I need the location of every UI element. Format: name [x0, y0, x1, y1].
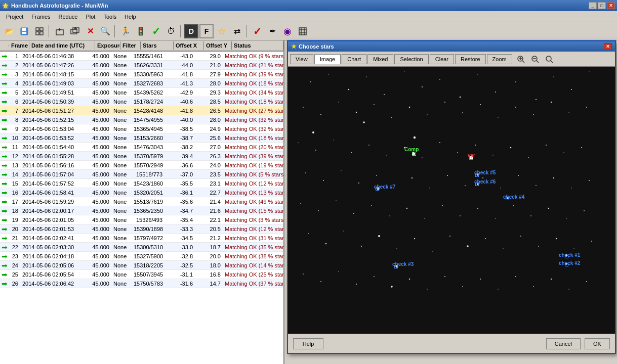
svg-point-153 [462, 286, 463, 287]
minimize-btn[interactable]: _ [589, 2, 597, 9]
row-num: 26 [9, 280, 20, 287]
tab-zoom[interactable]: Zoom [487, 54, 512, 64]
menu-reduce[interactable]: Reduce [55, 13, 82, 21]
star-empty-btn[interactable]: ☆ [215, 24, 229, 38]
table-row[interactable]: ➡ 3 2014-05-06 01:48:15 45.000 None 1533… [0, 70, 283, 79]
row-num: 22 [9, 244, 20, 251]
run-btn[interactable]: 🏃 [118, 24, 133, 38]
tab-restore[interactable]: Restore [455, 54, 486, 64]
save-btn[interactable] [17, 24, 31, 38]
add-multi-btn[interactable] [68, 24, 82, 38]
row-stars: 15797/4972 [132, 235, 164, 242]
th-offsety: Offset Y [204, 41, 232, 50]
close-btn[interactable]: ✕ [607, 2, 615, 9]
table-body[interactable]: ➡ 1 2014-05-06 01:46:38 45.000 None 1555… [0, 52, 283, 364]
help-btn[interactable]: Help [293, 338, 323, 349]
row-exp: 45.000 [86, 180, 111, 187]
tab-chart[interactable]: Chart [342, 54, 366, 64]
menu-help[interactable]: Help [120, 13, 140, 21]
main-area: Frame # Date and time (UTC) Exposure Fil… [0, 40, 617, 364]
row-offsetx: -32.8 [164, 253, 195, 260]
red-check-btn[interactable]: ✓ [250, 24, 264, 38]
svg-point-92 [581, 147, 582, 148]
svg-point-48 [356, 112, 357, 113]
table-row[interactable]: ➡ 19 2014-05-06 02:01:05 45.000 None 153… [0, 215, 283, 224]
grid-btn[interactable] [32, 24, 47, 38]
tab-clear[interactable]: Clear [430, 54, 454, 64]
grid-view-btn[interactable] [296, 24, 310, 38]
row-exp: 45.000 [86, 116, 111, 123]
table-row[interactable]: ➡ 1 2014-05-06 01:46:38 45.000 None 1555… [0, 52, 283, 61]
table-row[interactable]: ➡ 13 2014-05-06 01:56:16 45.000 None 155… [0, 161, 283, 170]
check5-crosshair [475, 173, 479, 177]
row-arrow: ➡ [0, 143, 9, 152]
tab-mixed[interactable]: Mixed [367, 54, 393, 64]
arrows-lr-btn[interactable]: ⇄ [230, 24, 244, 38]
menu-tools[interactable]: Tools [99, 13, 120, 21]
check1-label: check #1 [559, 252, 580, 258]
clock-btn[interactable]: ⏱ [164, 24, 178, 38]
row-exp: 45.000 [86, 189, 111, 196]
tab-image[interactable]: Image [314, 54, 341, 64]
table-row[interactable]: ➡ 10 2014-05-06 01:53:52 45.000 None 151… [0, 133, 283, 143]
table-row[interactable]: ➡ 14 2014-05-06 01:57:04 45.000 None 155… [0, 170, 283, 179]
feather-btn[interactable]: ✒ [265, 24, 279, 38]
svg-point-32 [366, 76, 367, 77]
f-letter-btn[interactable]: F [199, 24, 214, 38]
table-row[interactable]: ➡ 26 2014-05-06 02:06:42 45.000 None 157… [0, 279, 283, 288]
zoom-in-btn[interactable] [515, 54, 526, 65]
menu-project[interactable]: Project [2, 13, 27, 21]
toolbar-separator-4 [246, 25, 248, 37]
traffic-light-btn[interactable]: 🚦 [134, 24, 148, 38]
svg-point-51 [409, 107, 410, 108]
cancel-btn[interactable]: Cancel [546, 338, 581, 349]
table-row[interactable]: ➡ 24 2014-05-06 02:05:06 45.000 None 153… [0, 261, 283, 270]
table-row[interactable]: ➡ 7 2014-05-06 01:51:27 45.000 None 1542… [0, 106, 283, 115]
tab-view[interactable]: View [290, 54, 313, 64]
table-row[interactable]: ➡ 2 2014-05-06 01:47:26 45.000 None 1562… [0, 61, 283, 70]
table-row[interactable]: ➡ 8 2014-05-06 01:52:15 45.000 None 1547… [0, 115, 283, 124]
check2-label: check #2 [559, 260, 580, 266]
table-row[interactable]: ➡ 15 2014-05-06 01:57:52 45.000 None 154… [0, 179, 283, 188]
table-row[interactable]: ➡ 23 2014-05-06 02:04:18 45.000 None 153… [0, 252, 283, 261]
dialog-close-btn[interactable]: ✕ [604, 43, 612, 50]
delete-btn[interactable]: ✕ [83, 24, 97, 38]
search-btn[interactable]: 🔍 [98, 24, 112, 38]
row-stars: 15153/2660 [132, 134, 164, 142]
d-letter-btn[interactable]: D [184, 24, 198, 38]
table-row[interactable]: ➡ 11 2014-05-06 01:54:40 45.000 None 154… [0, 143, 283, 152]
table-row[interactable]: ➡ 6 2014-05-06 01:50:39 45.000 None 1517… [0, 97, 283, 106]
table-row[interactable]: ➡ 12 2014-05-06 01:55:28 45.000 None 153… [0, 152, 283, 161]
svg-point-125 [566, 218, 567, 219]
row-offsetx: -37.0 [164, 171, 195, 178]
table-row[interactable]: ➡ 21 2014-05-06 02:02:41 45.000 None 157… [0, 234, 283, 243]
table-row[interactable]: ➡ 22 2014-05-06 02:03:30 45.000 None 153… [0, 243, 283, 252]
tab-selection[interactable]: Selection [394, 54, 428, 64]
menu-frames[interactable]: Frames [27, 13, 54, 21]
zoom-out-btn[interactable] [529, 54, 541, 65]
row-offsetx: -41.8 [164, 107, 195, 114]
zoom-fit-btn[interactable] [544, 54, 555, 65]
menu-plot[interactable]: Plot [81, 13, 99, 21]
ok-btn[interactable]: OK [585, 338, 610, 349]
table-row[interactable]: ➡ 25 2014-05-06 02:05:54 45.000 None 155… [0, 270, 283, 279]
maximize-btn[interactable]: □ [598, 2, 606, 9]
check-green-btn[interactable]: ✓ [149, 24, 163, 38]
row-filter: None [111, 98, 132, 105]
purple-circle-btn[interactable]: ◉ [280, 24, 295, 38]
open-folder-btn[interactable]: 📂 [2, 24, 16, 38]
row-arrow: ➡ [0, 152, 9, 161]
add-single-btn[interactable] [53, 24, 67, 38]
table-row[interactable]: ➡ 18 2014-05-06 02:00:17 45.000 None 153… [0, 206, 283, 215]
svg-point-78 [333, 140, 334, 140]
table-row[interactable]: ➡ 5 2014-05-06 01:49:51 45.000 None 1543… [0, 88, 283, 97]
row-filter: None [111, 207, 132, 214]
table-row[interactable]: ➡ 4 2014-05-06 01:49:03 45.000 None 1532… [0, 79, 283, 88]
table-row[interactable]: ➡ 9 2014-05-06 01:53:04 45.000 None 1536… [0, 124, 283, 133]
row-status: Matching OK (18 % stars m [223, 80, 283, 87]
row-filter: None [111, 171, 132, 178]
row-offsety: 24.0 [195, 162, 223, 169]
table-row[interactable]: ➡ 17 2014-05-06 01:59:29 45.000 None 155… [0, 197, 283, 206]
table-row[interactable]: ➡ 16 2014-05-06 01:58:41 45.000 None 153… [0, 188, 283, 197]
table-row[interactable]: ➡ 20 2014-05-06 02:01:53 45.000 None 153… [0, 224, 283, 234]
